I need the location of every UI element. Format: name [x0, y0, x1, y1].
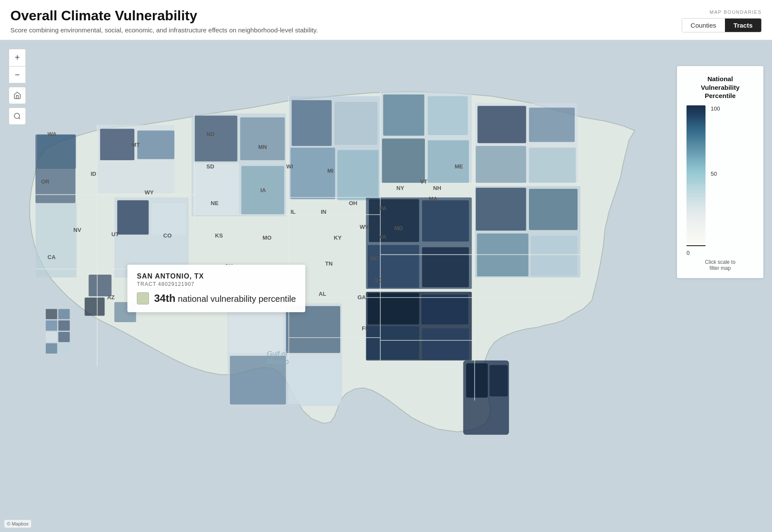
legend-scale: 100 50: [687, 105, 754, 244]
svg-rect-33: [476, 146, 526, 183]
svg-rect-60: [85, 298, 104, 316]
map-svg: [0, 40, 772, 532]
svg-rect-47: [421, 294, 468, 324]
svg-rect-52: [490, 365, 508, 396]
legend-label-50: 50: [711, 171, 720, 177]
svg-rect-19: [241, 166, 284, 215]
svg-rect-34: [529, 148, 576, 183]
page-title: Overall Climate Vulnerability: [10, 8, 318, 24]
svg-rect-63: [46, 320, 57, 331]
svg-rect-8: [35, 203, 76, 277]
legend-zero-line: [687, 245, 706, 246]
map-boundaries-label: MAP BOUNDARIES: [710, 10, 762, 15]
legend-label-100: 100: [711, 105, 720, 112]
svg-rect-7: [37, 135, 76, 169]
svg-rect-14: [152, 203, 186, 234]
svg-rect-56: [230, 356, 286, 405]
map-background: + − SAN ANTONIO, TX TR: [0, 40, 772, 532]
tooltip-score-text: 34th national vulnerability percentile: [154, 292, 296, 304]
svg-rect-11: [137, 130, 174, 159]
svg-rect-26: [383, 95, 424, 136]
tooltip-score-row: 34th national vulnerability percentile: [137, 292, 296, 304]
svg-rect-13: [117, 200, 149, 234]
home-button[interactable]: [9, 87, 26, 104]
svg-rect-44: [422, 247, 469, 287]
tooltip-city: SAN ANTONIO, TX: [137, 272, 296, 280]
tracts-button[interactable]: Tracts: [725, 19, 761, 32]
page-subtitle: Score combining environmental, social, e…: [10, 26, 318, 34]
svg-rect-28: [382, 139, 425, 183]
svg-rect-49: [422, 329, 469, 360]
legend-zero-row: 0: [687, 244, 754, 256]
svg-point-84: [14, 113, 19, 118]
header-right: MAP BOUNDARIES Counties Tracts: [682, 8, 762, 32]
page-wrapper: Overall Climate Vulnerability Score comb…: [0, 0, 772, 532]
map-controls: + −: [9, 49, 26, 125]
svg-rect-31: [478, 106, 526, 143]
legend-label-0: 0: [687, 250, 690, 256]
svg-rect-41: [369, 199, 419, 242]
tooltip-tract: TRACT 48029121907: [137, 281, 296, 287]
zoom-in-button[interactable]: +: [9, 49, 26, 66]
svg-rect-55: [286, 306, 340, 353]
svg-rect-58: [89, 275, 111, 296]
legend-labels: 100 50: [711, 105, 720, 244]
svg-rect-27: [428, 96, 468, 135]
svg-rect-10: [100, 129, 134, 160]
counties-button[interactable]: Counties: [682, 19, 725, 32]
svg-rect-23: [291, 148, 335, 199]
svg-rect-24: [337, 150, 378, 200]
svg-rect-43: [368, 245, 419, 288]
svg-rect-68: [58, 343, 70, 354]
zoom-out-button[interactable]: −: [9, 66, 26, 83]
header-left: Overall Climate Vulnerability Score comb…: [10, 8, 318, 34]
svg-rect-16: [194, 116, 237, 162]
legend-title: NationalVulnerabilityPercentile: [687, 75, 754, 100]
svg-rect-67: [46, 343, 57, 354]
svg-rect-57: [288, 358, 341, 404]
tooltip: SAN ANTONIO, TX TRACT 48029121907 34th n…: [127, 265, 305, 312]
svg-rect-64: [58, 320, 70, 331]
header: Overall Climate Vulnerability Score comb…: [0, 0, 772, 40]
boundary-buttons: Counties Tracts: [682, 18, 762, 32]
svg-rect-62: [58, 309, 70, 319]
svg-rect-66: [58, 332, 70, 342]
svg-rect-36: [476, 188, 526, 231]
search-button[interactable]: [9, 108, 26, 125]
svg-line-85: [19, 117, 20, 119]
svg-rect-17: [240, 117, 285, 160]
svg-rect-37: [529, 189, 578, 230]
legend-click-text[interactable]: Click scale tofilter map: [687, 259, 754, 271]
map-container[interactable]: + − SAN ANTONIO, TX TR: [0, 40, 772, 532]
tooltip-swatch: [137, 292, 149, 304]
mapbox-logo: © Mapbox: [4, 520, 31, 528]
svg-rect-22: [335, 102, 377, 145]
svg-rect-29: [428, 140, 469, 183]
svg-rect-65: [46, 332, 57, 342]
tooltip-score-label: national vulnerability percentile: [178, 294, 296, 304]
svg-rect-21: [291, 100, 332, 146]
svg-rect-51: [466, 363, 487, 397]
legend[interactable]: NationalVulnerabilityPercentile 100 50 0: [677, 66, 763, 278]
svg-rect-42: [422, 200, 469, 241]
svg-rect-18: [193, 163, 239, 215]
svg-rect-39: [531, 236, 578, 276]
svg-rect-48: [367, 326, 419, 359]
legend-color-bar[interactable]: [687, 105, 706, 244]
svg-rect-32: [529, 108, 575, 142]
svg-rect-61: [46, 309, 57, 319]
